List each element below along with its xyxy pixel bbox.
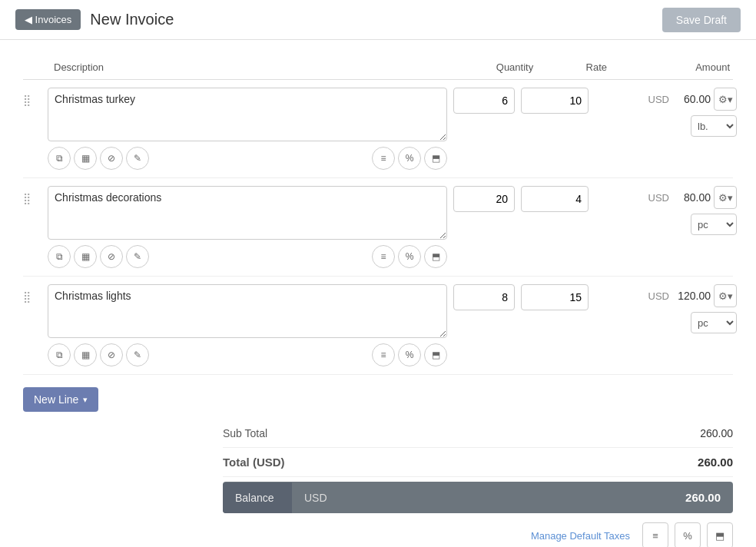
currency-label-3: USD (648, 290, 669, 302)
drag-icon-2: ⣿ (23, 192, 31, 204)
drag-handle-2[interactable]: ⣿ (23, 186, 48, 204)
drag-handle[interactable]: ⣿ (23, 88, 48, 106)
sub-total-label: Sub Total (223, 427, 267, 439)
gear-button-3[interactable]: ⚙▾ (714, 284, 737, 307)
quantity-input-2[interactable] (453, 186, 515, 212)
copy-button-3[interactable]: ⧉ (48, 343, 71, 366)
balance-row: Balance USD 260.00 (223, 482, 733, 513)
line-item: ⣿ Christmas decorations ⧉ ▦ ⊘ ✎ ≡ % ⬒ (23, 178, 733, 277)
line-item: ⣿ Christmas turkey ⧉ ▦ ⊘ ✎ ≡ % ⬒ (23, 80, 733, 178)
unit-select-2[interactable]: pc lb. kg (691, 214, 737, 235)
link-button-1[interactable]: ⊘ (100, 147, 123, 170)
amount-value-3: 120.00 (672, 290, 711, 302)
rate-input-2[interactable] (521, 186, 589, 212)
manage-default-taxes-link[interactable]: Manage Default Taxes (531, 530, 630, 542)
edit-button-3[interactable]: ✎ (126, 343, 149, 366)
save-draft-button[interactable]: Save Draft (662, 8, 741, 32)
unit-select-1[interactable]: lb. pc kg (691, 115, 737, 137)
edit-button-2[interactable]: ✎ (126, 245, 149, 268)
new-line-button[interactable]: New Line ▾ (23, 387, 98, 412)
table-header: Description Quantity Rate Amount (23, 55, 733, 80)
copy-button-1[interactable]: ⧉ (48, 147, 71, 170)
total-value: 260.00 (698, 456, 733, 469)
amount-value-1: 60.00 (672, 93, 711, 105)
calendar-button-2[interactable]: ▦ (74, 245, 97, 268)
list-button-2[interactable]: ≡ (372, 245, 395, 268)
list-button-3[interactable]: ≡ (372, 343, 395, 366)
top-bar: ◀ Invoices New Invoice Save Draft (0, 0, 756, 40)
gear-button-1[interactable]: ⚙▾ (714, 88, 737, 111)
description-input-1[interactable]: Christmas turkey (48, 88, 447, 141)
unit-select-3[interactable]: pc lb. kg (691, 312, 737, 333)
save-button-1[interactable]: ⬒ (424, 147, 447, 170)
rate-input-1[interactable] (521, 88, 589, 114)
save-button-3[interactable]: ⬒ (424, 343, 447, 366)
quantity-input-3[interactable] (453, 284, 515, 310)
sub-total-value: 260.00 (700, 427, 733, 439)
link-button-2[interactable]: ⊘ (100, 245, 123, 268)
totals-section: Sub Total 260.00 Total (USD) 260.00 Bala… (223, 419, 733, 513)
balance-amount: 260.00 (685, 491, 721, 504)
currency-label-2: USD (648, 192, 669, 204)
footer-row: Manage Default Taxes ≡ % ⬒ (23, 513, 733, 547)
drag-icon-3: ⣿ (23, 290, 31, 303)
col-rate: Rate (545, 61, 615, 73)
line-item: ⣿ Christmas lights ⧉ ▦ ⊘ ✎ ≡ % ⬒ (23, 277, 733, 375)
calendar-button-3[interactable]: ▦ (74, 343, 97, 366)
percent-button-2[interactable]: % (398, 245, 421, 268)
footer-percent-button[interactable]: % (675, 522, 701, 547)
balance-currency: USD (304, 492, 327, 504)
dropdown-arrow-icon: ▾ (83, 395, 88, 405)
footer-list-button[interactable]: ≡ (642, 522, 668, 547)
back-button[interactable]: ◀ Invoices (15, 9, 81, 30)
save-button-2[interactable]: ⬒ (424, 245, 447, 268)
gear-button-2[interactable]: ⚙▾ (714, 186, 737, 209)
drag-icon: ⣿ (23, 94, 31, 106)
col-quantity: Quantity (484, 61, 545, 73)
link-button-3[interactable]: ⊘ (100, 343, 123, 366)
calendar-button-1[interactable]: ▦ (74, 147, 97, 170)
quantity-input-1[interactable] (453, 88, 515, 114)
footer-save-button[interactable]: ⬒ (707, 522, 733, 547)
percent-button-1[interactable]: % (398, 147, 421, 170)
edit-button-1[interactable]: ✎ (126, 147, 149, 170)
description-input-3[interactable]: Christmas lights (48, 284, 447, 338)
percent-button-3[interactable]: % (398, 343, 421, 366)
copy-button-2[interactable]: ⧉ (48, 245, 71, 268)
amount-value-2: 80.00 (672, 191, 711, 204)
col-amount: Amount (615, 61, 753, 73)
drag-handle-3[interactable]: ⣿ (23, 284, 48, 303)
list-button-1[interactable]: ≡ (372, 147, 395, 170)
balance-label: Balance (223, 482, 292, 513)
total-label: Total (USD) (223, 456, 285, 469)
description-input-2[interactable]: Christmas decorations (48, 186, 447, 240)
currency-label-1: USD (648, 94, 669, 105)
rate-input-3[interactable] (521, 284, 589, 310)
page-title: New Invoice (90, 11, 174, 28)
col-description: Description (54, 61, 484, 73)
